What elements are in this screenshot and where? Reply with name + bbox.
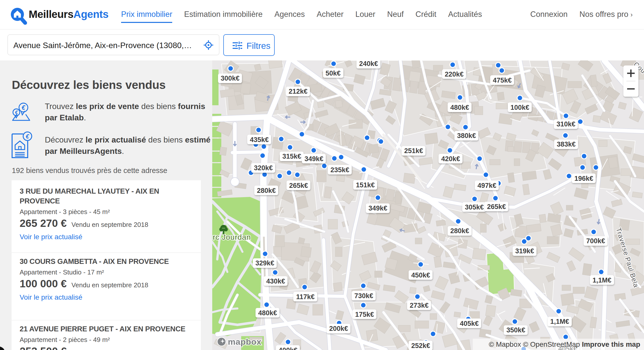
svg-text:315k€: 315k€ [282, 153, 301, 160]
svg-text:50k€: 50k€ [326, 69, 341, 77]
svg-text:480k€: 480k€ [450, 104, 469, 111]
svg-text:280k€: 280k€ [450, 227, 469, 235]
svg-text:319k€: 319k€ [515, 247, 534, 255]
svg-text:175k€: 175k€ [355, 311, 374, 318]
svg-text:240k€: 240k€ [359, 60, 378, 67]
svg-text:430k€: 430k€ [266, 277, 285, 285]
svg-text:251k€: 251k€ [404, 147, 423, 155]
svg-text:349k€: 349k€ [304, 155, 323, 163]
svg-text:1,1M€: 1,1M€ [592, 276, 611, 284]
svg-text:730k€: 730k€ [354, 292, 373, 300]
svg-text:497k€: 497k€ [477, 182, 496, 189]
svg-text:196k€: 196k€ [574, 175, 593, 182]
svg-text:220k€: 220k€ [445, 71, 463, 78]
svg-text:300k€: 300k€ [221, 75, 239, 82]
svg-text:475k€: 475k€ [493, 77, 512, 84]
svg-text:mapbox: mapbox [228, 337, 261, 346]
svg-text:383k€: 383k€ [557, 141, 576, 148]
svg-text:435k€: 435k€ [250, 136, 269, 144]
svg-text:100k€: 100k€ [510, 104, 529, 111]
svg-text:235k€: 235k€ [330, 166, 349, 174]
svg-text:€: € [22, 104, 25, 111]
svg-text:200k€: 200k€ [329, 325, 348, 332]
svg-text:265k€: 265k€ [487, 203, 506, 211]
svg-text:212k€: 212k€ [289, 88, 307, 95]
svg-text:480k€: 480k€ [258, 309, 277, 317]
svg-text:305k€: 305k€ [465, 203, 484, 211]
svg-text:420k€: 420k€ [441, 155, 460, 163]
svg-text:349k€: 349k€ [368, 204, 387, 212]
svg-text:450k€: 450k€ [411, 271, 430, 279]
svg-text:700k€: 700k€ [586, 237, 605, 245]
svg-text:© Mapbox © OpenStreetMap Impro: © Mapbox © OpenStreetMap Improve this ma… [489, 340, 640, 348]
svg-text:rc Jourdan: rc Jourdan [213, 233, 251, 241]
svg-text:405k€: 405k€ [460, 320, 479, 327]
svg-text:€: € [15, 110, 18, 115]
svg-text:380k€: 380k€ [457, 132, 476, 139]
svg-text:1,1M€: 1,1M€ [550, 318, 569, 325]
svg-text:329k€: 329k€ [255, 259, 274, 267]
svg-text:320k€: 320k€ [254, 164, 273, 172]
svg-text:265k€: 265k€ [289, 182, 308, 189]
svg-text:117k€: 117k€ [296, 293, 315, 301]
svg-text:310k€: 310k€ [556, 120, 575, 128]
svg-text:350k€: 350k€ [506, 326, 525, 334]
svg-text:€: € [26, 133, 29, 140]
svg-text:252k€: 252k€ [411, 342, 430, 349]
svg-text:280k€: 280k€ [257, 187, 276, 194]
svg-text:151k€: 151k€ [356, 181, 375, 189]
svg-text:400k€: 400k€ [278, 346, 297, 350]
svg-text:273k€: 273k€ [410, 302, 428, 309]
